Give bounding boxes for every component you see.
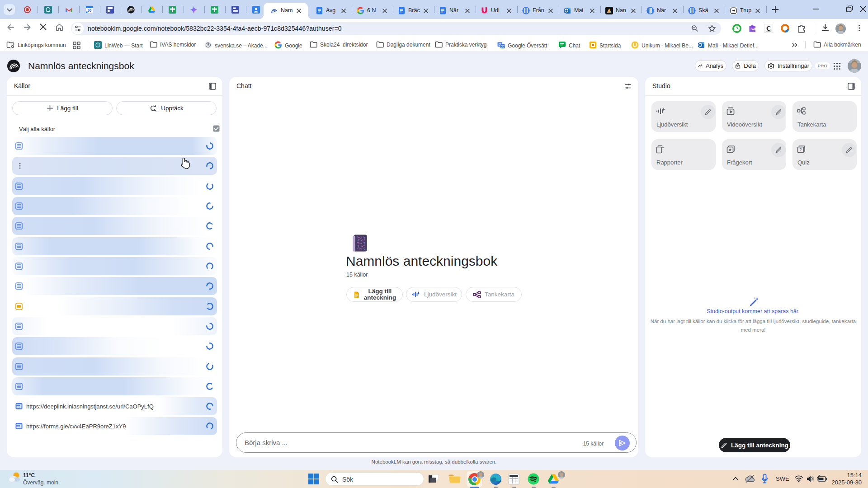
svg-text:?: ?	[799, 147, 802, 152]
svg-text:rw: rw	[750, 28, 755, 31]
svg-text:C: C	[766, 25, 771, 32]
svg-text:文: 文	[501, 44, 505, 48]
svg-text:30: 30	[87, 9, 92, 13]
